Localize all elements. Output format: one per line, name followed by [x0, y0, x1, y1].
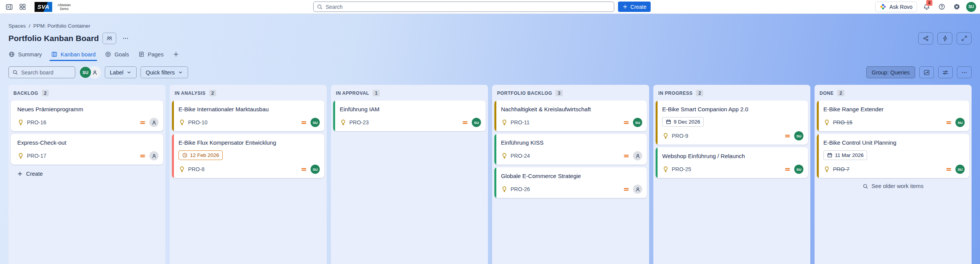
work-item-key: PRO-23 [349, 119, 369, 125]
card-assignee-avatar-unassigned[interactable] [149, 118, 159, 127]
lightbulb-icon [17, 119, 24, 126]
work-item-card[interactable]: E-Bike Internationaler MarktausbauPRO-10… [172, 101, 324, 131]
card-title: Einführung KISS [501, 139, 544, 146]
card-title: E-Bike Internationaler Marktausbau [178, 106, 269, 112]
column-count-badge: 2 [837, 90, 844, 96]
work-item-card[interactable]: Einführung KISSPRO-24 [494, 134, 647, 165]
card-assignee-avatar[interactable]: SU [633, 118, 642, 127]
work-item-key: PRO-24 [511, 153, 530, 159]
due-date-chip[interactable]: 12 Feb 2026 [178, 150, 223, 160]
global-search-input[interactable] [326, 4, 611, 10]
breadcrumb-spaces-link[interactable]: Spaces [8, 23, 26, 29]
plus-icon [622, 4, 628, 10]
due-date-chip[interactable]: 9 Dec 2026 [662, 117, 704, 127]
due-date-row: 11 Mar 2026 [823, 150, 965, 160]
board-search-input[interactable] [21, 69, 71, 76]
card-accent-bar [817, 101, 819, 131]
card-accent-bar [172, 134, 174, 178]
collaborators-button[interactable] [102, 33, 116, 44]
card-assignee-avatar-unassigned[interactable] [149, 151, 159, 160]
work-item-card[interactable]: Express-Check-outPRO-17 [11, 134, 163, 165]
work-item-card[interactable]: Webshop Einführung / RelaunchPRO-25SU [656, 147, 808, 178]
work-item-card[interactable]: E-Bike Range ExtenderPRO-15SU [817, 101, 969, 131]
due-date-text: 11 Mar 2026 [835, 152, 864, 158]
chevron-down-icon [178, 70, 183, 75]
card-assignee-avatar[interactable]: SU [955, 165, 965, 174]
card-assignee-avatar[interactable]: SU [311, 165, 320, 174]
help-button[interactable] [936, 2, 947, 12]
breadcrumb-space-link[interactable]: PPM: Portfolio Container [33, 23, 91, 29]
person-icon [92, 69, 98, 76]
work-item-card[interactable]: Einführung IAMPRO-23SU [333, 101, 486, 131]
column-name: PORTFOLIO BACKLOG [497, 91, 552, 96]
tab-pages[interactable]: Pages [135, 49, 167, 61]
column-card-list: E-Bike Internationaler MarktausbauPRO-10… [170, 100, 327, 178]
quick-filters-button[interactable]: Quick filters [140, 66, 188, 78]
card-assignee-avatar[interactable]: SU [794, 131, 803, 140]
column-count-badge: 2 [209, 90, 216, 96]
automation-button[interactable] [937, 32, 952, 45]
card-title-row: Einführung KISS [501, 139, 642, 147]
user-avatar[interactable]: SU [966, 2, 976, 12]
card-accent-bar [817, 134, 819, 178]
see-older-label: See older work items [871, 183, 923, 189]
card-title: E-Bike Range Extender [823, 106, 884, 112]
tab-goals[interactable]: Goals [102, 49, 132, 61]
card-title: Neues Prämienprogramm [17, 106, 83, 112]
card-accent-bar [494, 101, 496, 131]
person-icon [635, 186, 641, 192]
board-search[interactable] [8, 66, 75, 78]
column-create-button[interactable]: Create [14, 168, 46, 179]
card-footer-right: SU [784, 131, 803, 140]
card-assignee-avatar-unassigned[interactable] [633, 185, 642, 194]
card-title-row: Nachhaltigkeit & Kreislaufwirtschaft [501, 106, 642, 113]
column-header: BACKLOG2 [8, 85, 165, 100]
card-footer: PRO-17 [17, 151, 159, 160]
sidebar-toggle-button[interactable] [4, 2, 15, 12]
help-icon [938, 3, 945, 10]
work-item-card[interactable]: E-Bike Flux Kompensator Entwicklung12 Fe… [172, 134, 324, 178]
view-settings-button[interactable] [938, 66, 953, 78]
tab-summary[interactable]: Summary [5, 49, 45, 61]
card-assignee-avatar[interactable]: SU [472, 118, 481, 127]
assignee-avatar-su[interactable]: SU [80, 67, 91, 78]
card-accent-bar [656, 147, 658, 178]
global-search[interactable] [313, 2, 614, 12]
lightbulb-icon [823, 119, 830, 126]
share-button[interactable] [918, 32, 933, 45]
app-switcher-button[interactable] [17, 2, 28, 12]
priority-medium-icon [139, 153, 146, 159]
search-icon [12, 69, 18, 75]
insights-button[interactable] [919, 66, 934, 78]
work-item-card[interactable]: E-Bike Control Unit Planning11 Mar 2026P… [817, 134, 969, 178]
card-footer: PRO-25SU [662, 165, 803, 174]
card-assignee-avatar[interactable]: SU [955, 118, 965, 127]
card-title-row: E-Bike Internationaler Marktausbau [178, 106, 320, 113]
work-item-key: PRO-17 [27, 153, 46, 159]
work-item-card[interactable]: E-Bike Smart Companion App 2.09 Dec 2026… [656, 101, 808, 145]
work-item-card[interactable]: Neues PrämienprogrammPRO-16 [11, 101, 163, 131]
see-older-work-items-link[interactable]: See older work items [863, 183, 923, 189]
card-title-row: Webshop Einführung / Relaunch [662, 152, 803, 160]
card-assignee-avatar-unassigned[interactable] [633, 151, 642, 160]
ask-rovo-button[interactable]: Ask Rovo [875, 2, 917, 12]
settings-button[interactable] [951, 2, 962, 12]
tab-kanban-board[interactable]: Kanban board [48, 49, 99, 61]
rovo-icon [880, 3, 886, 10]
add-view-tab-button[interactable] [170, 49, 182, 61]
label-filter-button[interactable]: Label [105, 66, 137, 78]
sva-logo[interactable]: SVA [35, 2, 52, 12]
fullscreen-button[interactable] [957, 32, 972, 45]
work-item-card[interactable]: Globale E-Commerce StrategiePRO-26 [494, 167, 647, 198]
card-assignee-avatar[interactable]: SU [311, 118, 320, 127]
create-button[interactable]: Create [618, 2, 651, 12]
due-date-chip[interactable]: 11 Mar 2026 [823, 150, 867, 160]
board-more-button[interactable] [957, 66, 972, 78]
card-assignee-avatar[interactable]: SU [794, 165, 803, 174]
priority-medium-icon [139, 119, 146, 126]
group-by-button[interactable]: Group: Queries [866, 66, 915, 78]
lightbulb-icon [501, 186, 508, 193]
title-more-button[interactable] [120, 33, 131, 44]
view-tabs: SummaryKanban boardGoalsPages [5, 48, 980, 61]
work-item-card[interactable]: Nachhaltigkeit & KreislaufwirtschaftPRO-… [494, 101, 647, 131]
